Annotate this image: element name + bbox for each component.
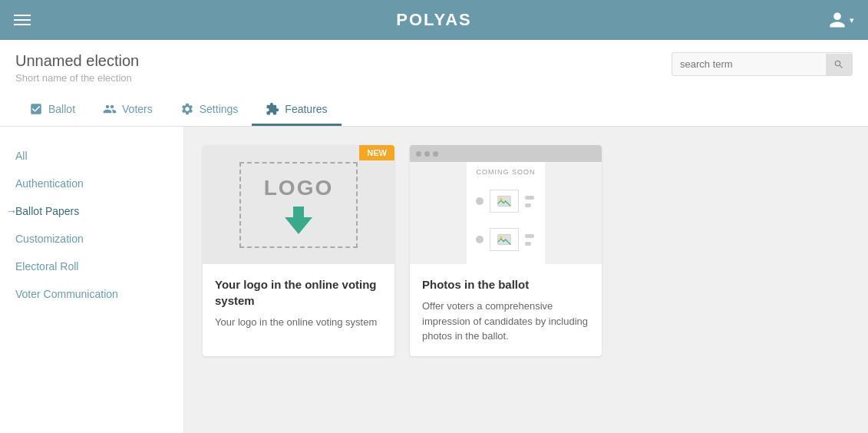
photo-lines-1 xyxy=(525,196,535,207)
photo-row-2 xyxy=(476,228,535,251)
user-icon xyxy=(828,11,847,29)
coming-soon-badge: COMING SOON xyxy=(476,168,535,176)
header: POLYAS ▾ xyxy=(0,0,868,40)
tab-voters-label: Voters xyxy=(122,103,153,115)
arrow-head xyxy=(285,217,312,234)
search-button[interactable] xyxy=(826,54,852,75)
tab-settings[interactable]: Settings xyxy=(167,94,252,126)
sidebar-item-all[interactable]: All xyxy=(0,142,183,170)
photo-line-1a xyxy=(525,196,534,200)
logo-placeholder-text: LOGO xyxy=(264,176,333,200)
photo-line-1b xyxy=(525,203,531,207)
logo-card-body: Your logo in the online voting system Yo… xyxy=(203,264,394,342)
election-info: Unnamed election Short name of the elect… xyxy=(15,52,853,84)
svg-point-1 xyxy=(500,198,503,200)
photo-image-icon-2 xyxy=(497,232,512,247)
browser-mock-bar xyxy=(410,145,602,162)
app-logo: POLYAS xyxy=(396,10,471,30)
sub-header: Unnamed election Short name of the elect… xyxy=(0,40,868,127)
sidebar-item-voter-communication-label: Voter Communication xyxy=(15,288,118,300)
logo-feature-card: NEW LOGO Your logo in the online voting … xyxy=(203,145,394,356)
photos-inner: COMING SOON xyxy=(467,162,544,264)
sidebar-item-ballot-papers[interactable]: → Ballot Papers xyxy=(0,197,183,225)
photo-line-2a xyxy=(525,234,534,238)
tab-voters[interactable]: Voters xyxy=(89,94,167,126)
tab-features[interactable]: Features xyxy=(252,94,341,126)
search-box xyxy=(672,52,853,76)
photos-card-title: Photos in the ballot xyxy=(422,276,589,293)
browser-dot-3 xyxy=(433,151,438,157)
photos-feature-card: COMING SOON xyxy=(410,145,602,356)
election-title: Unnamed election xyxy=(15,52,139,70)
menu-button[interactable] xyxy=(14,15,31,25)
arrow-stem xyxy=(293,207,304,217)
sidebar-arrow-icon: → xyxy=(6,205,17,217)
sidebar-item-electoral-roll-label: Electoral Roll xyxy=(15,260,78,273)
photo-row-1 xyxy=(476,190,535,213)
sidebar-item-authentication[interactable]: Authentication xyxy=(0,170,183,197)
tab-settings-label: Settings xyxy=(200,103,239,115)
photo-thumb-1 xyxy=(490,190,519,213)
logo-card-title: Your logo in the online voting system xyxy=(215,276,382,309)
logo-card-image: NEW LOGO xyxy=(203,145,394,264)
content-area: NEW LOGO Your logo in the online voting … xyxy=(184,127,868,433)
tab-ballot[interactable]: Ballot xyxy=(15,94,89,126)
ballot-icon xyxy=(29,102,43,116)
nav-tabs: Ballot Voters Settings Features xyxy=(15,94,853,126)
browser-dot-2 xyxy=(424,151,430,157)
photo-thumb-2 xyxy=(490,228,519,251)
sidebar-item-electoral-roll[interactable]: Electoral Roll xyxy=(0,253,183,280)
tab-features-label: Features xyxy=(285,103,327,115)
features-icon xyxy=(266,102,279,116)
tab-ballot-label: Ballot xyxy=(48,103,75,115)
photo-dot-2 xyxy=(476,236,484,243)
sidebar: All Authentication → Ballot Papers Custo… xyxy=(0,127,184,433)
election-details: Unnamed election Short name of the elect… xyxy=(15,52,139,84)
logo-card-desc: Your logo in the online voting system xyxy=(215,315,382,330)
photos-card-body: Photos in the ballot Offer voters a comp… xyxy=(410,264,602,356)
photos-card-desc: Offer voters a comprehensive impression … xyxy=(422,299,589,344)
settings-icon xyxy=(180,102,194,116)
logo-dashed-box: LOGO xyxy=(239,162,358,248)
sidebar-item-ballot-papers-label: Ballot Papers xyxy=(15,205,79,217)
sidebar-item-customization-label: Customization xyxy=(15,233,84,245)
new-badge: NEW xyxy=(359,145,394,160)
browser-dot-1 xyxy=(416,151,421,157)
sidebar-item-all-label: All xyxy=(15,150,28,162)
main-layout: All Authentication → Ballot Papers Custo… xyxy=(0,127,868,433)
cards-grid: NEW LOGO Your logo in the online voting … xyxy=(203,145,850,356)
election-subtitle: Short name of the election xyxy=(15,72,139,84)
photo-image-icon-1 xyxy=(497,193,512,209)
upload-arrow xyxy=(285,207,312,234)
svg-point-3 xyxy=(500,236,503,239)
photo-line-2b xyxy=(525,242,531,246)
search-icon xyxy=(833,59,844,70)
sidebar-item-customization[interactable]: Customization xyxy=(0,225,183,253)
user-menu[interactable]: ▾ xyxy=(828,11,854,29)
search-input[interactable] xyxy=(672,53,826,75)
sidebar-item-authentication-label: Authentication xyxy=(15,177,84,190)
photos-card-image: COMING SOON xyxy=(410,145,602,264)
sidebar-item-voter-communication[interactable]: Voter Communication xyxy=(0,280,183,308)
chevron-down-icon: ▾ xyxy=(850,15,854,25)
photo-dot-1 xyxy=(476,197,484,205)
photo-lines-2 xyxy=(525,234,535,246)
voters-icon xyxy=(103,102,117,116)
